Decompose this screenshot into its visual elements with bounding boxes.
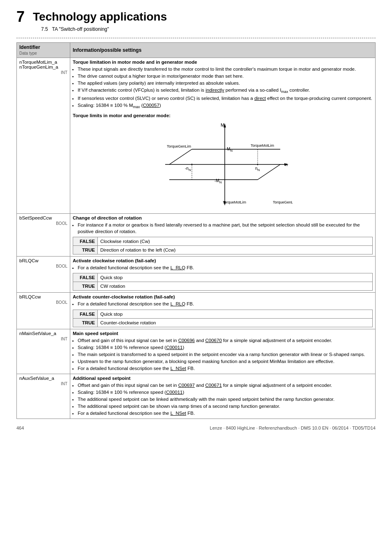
- row-section-title: Activate counter-clockwise rotation (fai…: [73, 294, 373, 299]
- desc-cell: Direction of rotation to the left (Ccw): [98, 246, 373, 254]
- svg-text:nN: nN: [255, 166, 260, 172]
- table-row: FALSE Clockwise rotation (Cw): [73, 237, 373, 246]
- bullet-list: These input signals are directly transfe…: [78, 66, 373, 110]
- svg-text:TorqueMotLim: TorqueMotLim: [251, 143, 274, 148]
- col-identifier-header: Identifier Data type: [17, 43, 70, 58]
- section-title: TA "Switch-off positioning": [52, 26, 109, 32]
- desc-cell: CW rotation: [98, 282, 373, 291]
- page-number: 464: [16, 426, 24, 430]
- identifier-cell: nMainSetValue_a INT: [17, 329, 70, 374]
- row-section-title: Change of direction of rotation: [73, 215, 373, 220]
- bullet-list: Offset and gain of this input signal can…: [78, 337, 373, 372]
- table-row: bSetSpeedCcw BOOL Change of direction of…: [17, 214, 376, 257]
- svg-line-13: [258, 164, 280, 180]
- info-cell: Main speed setpoint Offset and gain of t…: [70, 329, 376, 374]
- svg-text:TorqueGenLim: TorqueGenLim: [273, 200, 293, 204]
- identifier-cell: bSetSpeedCcw BOOL: [17, 214, 70, 257]
- value-table: FALSE Clockwise rotation (Cw) TRUE Direc…: [73, 237, 373, 254]
- info-cell: Additional speed setpoint Offset and gai…: [70, 374, 376, 419]
- bullet-list: For a detailed functional description se…: [78, 264, 373, 271]
- value-cell: TRUE: [73, 282, 98, 291]
- table-row: nAuxSetValue_a INT Additional speed setp…: [17, 374, 376, 419]
- chapter-number: 7: [16, 8, 25, 25]
- identifier-cell: nAuxSetValue_a INT: [17, 374, 70, 419]
- desc-cell: Counter-clockwise rotation: [98, 318, 373, 327]
- row-section-title: Activate clockwise rotation (fail-safe): [73, 258, 373, 263]
- value-cell: TRUE: [73, 318, 98, 327]
- value-table: FALSE Quick stop TRUE CW rotation: [73, 273, 373, 291]
- desc-cell: Clockwise rotation (Cw): [98, 237, 373, 246]
- info-cell: Activate counter-clockwise rotation (fai…: [70, 293, 376, 329]
- svg-text:TorqueMotLim: TorqueMotLim: [223, 200, 246, 204]
- chart-label: Torque limits in motor and generator mod…: [73, 113, 373, 118]
- svg-text:n: n: [285, 162, 288, 167]
- value-cell: FALSE: [73, 237, 98, 246]
- identifier-cell: bRLQCcw BOOL: [17, 293, 70, 329]
- row-section-title: Main speed setpoint: [73, 331, 373, 336]
- divider: [16, 38, 376, 38]
- svg-text:MN: MN: [227, 147, 233, 153]
- bullet-list: For a detailed functional description se…: [78, 301, 373, 307]
- product-info: Lenze · 8400 HighLine · Referenzhandbuch…: [210, 426, 376, 430]
- info-cell: Activate clockwise rotation (fail-safe) …: [70, 257, 376, 293]
- row-section-title: Additional speed setpoint: [73, 376, 373, 381]
- value-cell: TRUE: [73, 246, 98, 254]
- svg-text:-MN: -MN: [214, 178, 222, 184]
- value-cell: FALSE: [73, 310, 98, 318]
- main-table: Identifier Data type Information/possibl…: [16, 42, 376, 419]
- svg-line-12: [169, 149, 192, 164]
- identifier-cell: bRLQCw BOOL: [17, 257, 70, 293]
- table-row: TRUE Counter-clockwise rotation: [73, 318, 373, 327]
- table-row: bRLQCw BOOL Activate clockwise rotation …: [17, 257, 376, 293]
- torque-chart: MN -MN n M nN -nN To: [153, 121, 293, 208]
- info-cell: Torque limitation in motor mode and in g…: [70, 58, 376, 214]
- page-footer: 464 Lenze · 8400 HighLine · Referenzhand…: [16, 426, 376, 430]
- svg-text:-nN: -nN: [185, 166, 191, 172]
- table-row: nMainSetValue_a INT Main speed setpoint …: [17, 329, 376, 374]
- svg-text:TorqueGenLim: TorqueGenLim: [167, 144, 191, 148]
- col-info-header: Information/possible settings: [70, 43, 376, 58]
- value-table: FALSE Quick stop TRUE Counter-clockwise …: [73, 310, 373, 327]
- chapter-title: Technology applications: [33, 10, 167, 23]
- desc-cell: Quick stop: [98, 273, 373, 282]
- svg-text:M: M: [221, 123, 224, 127]
- table-row: FALSE Quick stop: [73, 273, 373, 282]
- row-section-title: Torque limitation in motor mode and in g…: [73, 60, 373, 65]
- value-cell: FALSE: [73, 273, 98, 282]
- section-number: 7.5: [41, 26, 48, 32]
- identifier-cell: nTorqueMotLim_anTorqueGenLim_a INT: [17, 58, 70, 214]
- torque-chart-svg: MN -MN n M nN -nN To: [153, 121, 293, 208]
- table-row: bRLQCcw BOOL Activate counter-clockwise …: [17, 293, 376, 329]
- section-label: 7.5 TA "Switch-off positioning": [41, 26, 376, 32]
- bullet-list: For instance if a motor or gearbox is fi…: [78, 222, 373, 235]
- table-row: TRUE Direction of rotation to the left (…: [73, 246, 373, 254]
- bullet-list: Offset and gain of this input signal can…: [78, 382, 373, 416]
- table-row: nTorqueMotLim_anTorqueGenLim_a INT Torqu…: [17, 58, 376, 214]
- page-header: 7Technology applications 7.5 TA "Switch-…: [16, 8, 376, 32]
- info-cell: Change of direction of rotation For inst…: [70, 214, 376, 257]
- table-row: TRUE CW rotation: [73, 282, 373, 291]
- desc-cell: Quick stop: [98, 310, 373, 318]
- table-row: FALSE Quick stop: [73, 310, 373, 318]
